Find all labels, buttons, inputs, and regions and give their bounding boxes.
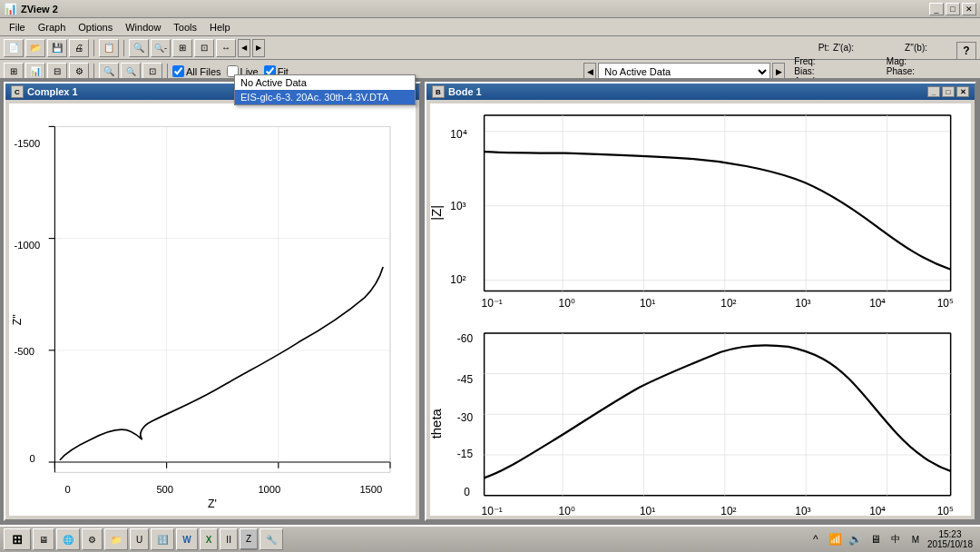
- complex-svg: -1500 -1000 -500 0 0 500 1000 1500 Z' Z'…: [9, 104, 416, 516]
- svg-text:-30: -30: [457, 411, 474, 424]
- taskbar-ie-btn[interactable]: 🌐: [56, 528, 80, 550]
- separator2: [123, 40, 124, 56]
- taskbar-zview-btn[interactable]: Z: [240, 528, 258, 550]
- zoom-box-button[interactable]: ⊞: [172, 39, 192, 57]
- svg-text:10⁻¹: 10⁻¹: [482, 297, 503, 310]
- taskbar-ii-btn[interactable]: II: [220, 528, 238, 550]
- taskbar-calc-btn[interactable]: 🔢: [151, 528, 174, 550]
- svg-text:10⁵: 10⁵: [937, 297, 954, 310]
- prev-button[interactable]: ◀: [238, 39, 250, 57]
- copy-button[interactable]: 📋: [99, 39, 119, 57]
- svg-text:0: 0: [464, 486, 470, 498]
- app-title: ZView 2: [21, 4, 58, 15]
- svg-text:10⁻¹: 10⁻¹: [482, 505, 503, 516]
- tray-arrow-icon[interactable]: ^: [808, 531, 824, 547]
- help-button[interactable]: ?: [956, 42, 976, 60]
- menu-options[interactable]: Options: [73, 20, 118, 34]
- svg-text:10³: 10³: [450, 200, 466, 212]
- zoom-in-button[interactable]: 🔍: [129, 39, 149, 57]
- separator4: [167, 64, 168, 80]
- bode-window-controls: _ □ ✕: [927, 86, 969, 97]
- arrow-right-button[interactable]: ↔: [216, 39, 236, 57]
- bode-window: B Bode 1 _ □ ✕ EIS-glc-6-3. 20Ac. 30th-4…: [425, 82, 976, 521]
- taskbar-tray: ^ 📶 🔊 🖥 中 M 15:23 2015/10/18: [804, 529, 976, 549]
- start-button[interactable]: ⊞: [4, 528, 31, 550]
- svg-text:Z'': Z'': [11, 314, 24, 325]
- complex-title-icon: C: [11, 85, 24, 98]
- taskbar-tool-btn[interactable]: 🔧: [260, 528, 283, 550]
- tray-sound-icon[interactable]: 🔊: [848, 531, 864, 547]
- svg-text:1500: 1500: [359, 484, 382, 495]
- svg-text:10¹: 10¹: [640, 505, 655, 516]
- svg-text:10⁵: 10⁵: [937, 505, 954, 516]
- new-button[interactable]: 📄: [4, 39, 24, 57]
- bode-upper-plot: EIS-glc-6-3. 20Ac. 30th-4.3V.DTA |Z| 10⁴…: [430, 104, 971, 321]
- dropdown-option-file[interactable]: EIS-glc-6-3. 20Ac. 30th-4.3V.DTA: [235, 90, 415, 104]
- print-button[interactable]: 🖨: [69, 39, 89, 57]
- bode-maximize-btn[interactable]: □: [942, 86, 955, 97]
- bode-plot-area: EIS-glc-6-3. 20Ac. 30th-4.3V.DTA |Z| 10⁴…: [430, 104, 971, 516]
- all-files-checkbox[interactable]: [172, 65, 184, 77]
- svg-text:-500: -500: [15, 346, 34, 357]
- zoom-out-button[interactable]: 🔍-: [151, 39, 171, 57]
- svg-text:10⁴: 10⁴: [869, 297, 886, 310]
- svg-text:-15: -15: [457, 448, 474, 460]
- taskbar: ⊞ 🖥 🌐 ⚙ 📁 U 🔢 W X II Z 🔧 ^ 📶 🔊 🖥 中 M 15:…: [0, 525, 980, 552]
- svg-text:theta: theta: [430, 409, 444, 439]
- svg-text:10⁴: 10⁴: [450, 128, 466, 141]
- app-icon: 📊: [4, 3, 17, 15]
- menu-window[interactable]: Window: [120, 20, 166, 34]
- bode-close-btn[interactable]: ✕: [956, 86, 969, 97]
- close-button[interactable]: ✕: [962, 3, 976, 15]
- freq-label: Freq:: [794, 56, 815, 66]
- tray-input-icon[interactable]: M: [907, 531, 924, 547]
- dropdown-option-no-data[interactable]: No Active Data: [235, 75, 415, 90]
- bode-lower-svg: theta -60 -45 -30 -15 0 10⁻¹ 10⁰ 10¹ 10²…: [430, 321, 971, 516]
- all-files-checkbox-label[interactable]: All Files: [172, 65, 221, 77]
- menu-help[interactable]: Help: [204, 20, 236, 34]
- minimize-button[interactable]: _: [929, 3, 944, 15]
- tray-network-icon[interactable]: 📶: [828, 531, 844, 547]
- bode-title-icon: B: [432, 85, 445, 98]
- bode-minimize-btn[interactable]: _: [927, 86, 940, 97]
- menu-file[interactable]: File: [4, 20, 31, 34]
- svg-text:|Z|: |Z|: [430, 205, 444, 221]
- open-button[interactable]: 📂: [25, 39, 45, 57]
- menu-tools[interactable]: Tools: [168, 20, 202, 34]
- title-bar: 📊 ZView 2 _ □ ✕: [0, 0, 980, 18]
- svg-text:10³: 10³: [795, 297, 810, 310]
- taskbar-folder-btn[interactable]: 📁: [104, 528, 128, 550]
- svg-text:10⁰: 10⁰: [559, 505, 575, 516]
- taskbar-settings-btn[interactable]: ⚙: [82, 528, 103, 550]
- menu-bar: File Graph Options Window Tools Help: [0, 18, 980, 36]
- window-controls: _ □ ✕: [929, 3, 976, 15]
- svg-text:10¹: 10¹: [640, 297, 655, 310]
- pt-label: Pt:: [818, 43, 829, 53]
- taskbar-desktop-btn[interactable]: 🖥: [33, 528, 54, 550]
- svg-text:1000: 1000: [258, 484, 280, 495]
- complex-plot-area: -1500 -1000 -500 0 0 500 1000 1500 Z' Z'…: [9, 104, 416, 516]
- tray-lang-icon[interactable]: 中: [887, 531, 904, 547]
- mag-label: Mag:: [887, 56, 906, 66]
- taskbar-u-btn[interactable]: U: [130, 528, 149, 550]
- next-button[interactable]: ▶: [252, 39, 265, 57]
- phase-label: Phase:: [887, 66, 915, 76]
- complex-window: C Complex 1 _ □ ✕ -1500 -1000 -500 0 0 5…: [4, 82, 421, 521]
- svg-text:10²: 10²: [720, 297, 736, 310]
- zoom-all-button[interactable]: ⊡: [194, 39, 214, 57]
- bode-upper-svg: EIS-glc-6-3. 20Ac. 30th-4.3V.DTA |Z| 10⁴…: [430, 104, 971, 321]
- maximize-button[interactable]: □: [946, 3, 960, 15]
- svg-text:0: 0: [65, 484, 71, 495]
- svg-text:-1000: -1000: [15, 240, 41, 251]
- taskbar-excel-btn[interactable]: X: [200, 528, 219, 550]
- svg-text:-1500: -1500: [15, 138, 41, 149]
- save-button[interactable]: 💾: [47, 39, 67, 57]
- menu-graph[interactable]: Graph: [33, 20, 72, 34]
- taskbar-time: 15:23 2015/10/18: [927, 529, 973, 549]
- tray-display-icon[interactable]: 🖥: [867, 531, 884, 547]
- bode-lower-plot: theta -60 -45 -30 -15 0 10⁻¹ 10⁰ 10¹ 10²…: [430, 321, 971, 516]
- separator3: [93, 64, 94, 80]
- svg-text:10⁴: 10⁴: [869, 505, 886, 516]
- taskbar-word-btn[interactable]: W: [176, 528, 197, 550]
- svg-rect-12: [54, 126, 390, 472]
